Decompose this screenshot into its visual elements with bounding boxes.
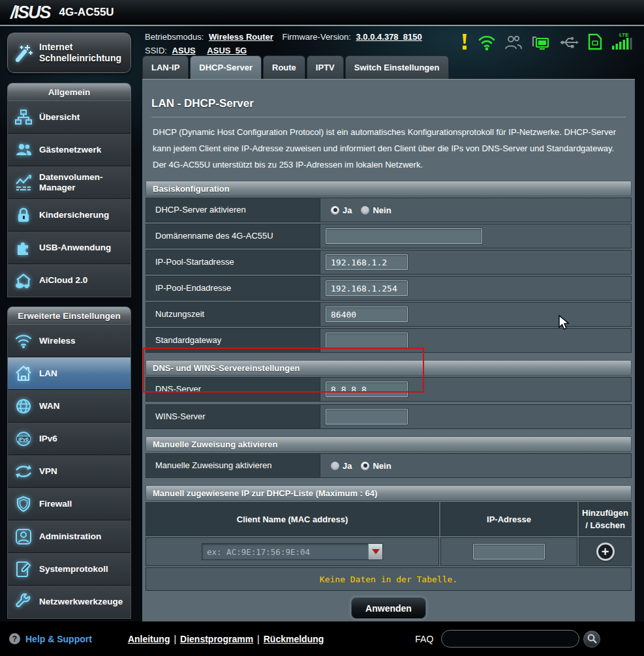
manual-list-input-row: ex: AC:9E:17:56:9E:04 + xyxy=(146,537,632,566)
sidebar-item-ipv6[interactable]: IPv6 IPv6 xyxy=(8,423,130,455)
quick-internet-setup-button[interactable]: Internet Schnelleinrichtung xyxy=(7,33,131,73)
link-dienstprogramm[interactable]: Dienstprogramm xyxy=(180,634,253,644)
quick-setup-label: Internet Schnelleinrichtung xyxy=(39,42,130,64)
dhcp-enable-yes-radio[interactable] xyxy=(331,206,339,215)
lease-time-label: Nutzungszeit xyxy=(146,302,320,327)
link-anleitung[interactable]: Anleitung xyxy=(128,634,170,644)
ssid-5g-link[interactable]: ASUS_5G xyxy=(207,46,247,55)
section-header-advanced: Erweiterte Einstellungen xyxy=(7,306,131,325)
section-manual-list-header: Manuell zugewiesene IP zur DHCP-Liste (M… xyxy=(146,485,632,501)
dhcp-enable-no-radio[interactable] xyxy=(361,206,369,215)
section-manual-list: Manuell zugewiesene IP zur DHCP-Liste (M… xyxy=(146,485,632,591)
manual-list-table-header: Client Name (MAC address) IP-Adresse Hin… xyxy=(146,502,632,536)
dropdown-arrow-button[interactable] xyxy=(368,544,382,559)
pool-start-input[interactable] xyxy=(326,254,408,270)
domain-name-input[interactable] xyxy=(326,228,482,244)
row-dns-server: DNS-Server xyxy=(146,377,632,402)
operation-mode-link[interactable]: Wireless Router xyxy=(209,32,273,42)
section-header-general: Allgemein xyxy=(7,83,131,101)
wifi-icon[interactable] xyxy=(478,34,496,51)
sidebar-item-usb-anwendung[interactable]: USB-Anwendung xyxy=(8,231,130,264)
link-separator: | xyxy=(174,634,176,644)
domain-name-label: Domänenname des 4G-AC55U xyxy=(146,224,320,248)
wired-clients-icon[interactable] xyxy=(531,34,551,51)
row-domain-name: Domänenname des 4G-AC55U xyxy=(146,224,632,248)
sim-icon[interactable] xyxy=(587,33,603,51)
manual-ip-input[interactable] xyxy=(473,544,545,559)
help-question-icon: ? xyxy=(9,633,20,644)
add-entry-button[interactable]: + xyxy=(596,543,615,561)
wins-server-input[interactable] xyxy=(326,409,408,425)
manual-no-radio[interactable] xyxy=(361,462,369,470)
col-add-delete: Hinzufügen / Löschen xyxy=(579,502,632,536)
faq-label: FAQ xyxy=(415,634,433,644)
sidebar-item-datenvolumen-manager[interactable]: Datenvolumen-Manager xyxy=(8,166,130,199)
wireless-icon xyxy=(8,333,39,349)
dhcp-enable-yes-label: Ja xyxy=(343,205,352,215)
row-pool-start: IP-Pool-Startadresse xyxy=(146,250,632,275)
manual-yes-radio[interactable] xyxy=(331,462,339,470)
row-lease-time: Nutzungszeit xyxy=(146,302,632,327)
tab-lan-ip[interactable]: LAN-IP xyxy=(142,55,189,79)
dns-server-input[interactable] xyxy=(326,381,408,397)
dhcp-enable-no-label: Nein xyxy=(373,205,391,215)
row-default-gateway: Standardgateway xyxy=(146,328,632,353)
sidebar-item-lan[interactable]: LAN xyxy=(8,357,130,390)
router-model-label: 4G-AC55U xyxy=(59,6,114,19)
search-icon[interactable] xyxy=(583,631,600,648)
sidebar-item-gaestenetzwerk[interactable]: Gästenetzwerk xyxy=(8,134,130,166)
sidebar-item-netzwerkwerkzeuge[interactable]: Netzwerkwerkzeuge xyxy=(8,586,130,618)
gateway-input[interactable] xyxy=(326,333,408,348)
sidebar-item-wan[interactable]: WAN xyxy=(8,390,130,423)
sidebar-item-systemprotokoll[interactable]: Systemprotokoll xyxy=(8,553,130,586)
faq-search-input[interactable] xyxy=(441,630,579,648)
ssid-24g-link[interactable]: ASUS xyxy=(172,46,196,55)
status-icon-bar: LTE xyxy=(460,31,634,51)
manual-no-label: Nein xyxy=(373,461,391,471)
usb-icon[interactable] xyxy=(559,34,579,51)
sidebar-item-kindersicherung[interactable]: Kindersicherung xyxy=(8,199,130,231)
footer-bar: ? Help & Support Anleitung|Dienstprogram… xyxy=(0,621,644,656)
link-rueckmeldung[interactable]: Rückmeldung xyxy=(264,634,324,644)
shield-icon xyxy=(8,496,39,513)
client-mac-dropdown[interactable]: ex: AC:9E:17:56:9E:04 xyxy=(202,543,383,560)
pool-end-label: IP-Pool-Endadresse xyxy=(146,276,320,301)
sidebar-item-uebersicht[interactable]: Übersicht xyxy=(8,101,130,134)
main-content-panel: LAN - DHCP-Server DHCP (Dynamic Host Con… xyxy=(142,79,635,621)
general-menu-group: Übersicht Gästenetzwerk Datenvolumen-Man… xyxy=(7,101,131,297)
row-wins-server: WINS-Server xyxy=(146,404,632,429)
footer-links: Anleitung|Dienstprogramm|Rückmeldung xyxy=(128,634,324,644)
col-ip-adresse: IP-Adresse xyxy=(440,502,577,536)
magic-wand-icon xyxy=(8,43,39,63)
wrench-icon xyxy=(8,593,39,610)
link-separator: | xyxy=(257,634,260,644)
apply-button[interactable]: Anwenden xyxy=(351,597,426,619)
tab-switch-einstellungen[interactable]: Switch Einstellungen xyxy=(345,55,449,79)
pool-start-label: IP-Pool-Startadresse xyxy=(146,250,320,275)
log-page-icon xyxy=(8,561,39,578)
manual-yes-label: Ja xyxy=(343,461,352,471)
firmware-version-link[interactable]: 3.0.0.4.378_8150 xyxy=(356,32,422,42)
sidebar-item-wireless[interactable]: Wireless xyxy=(8,325,130,357)
sidebar-item-administration[interactable]: Administration xyxy=(8,520,130,553)
tab-dhcp-server[interactable]: DHCP-Server xyxy=(190,55,262,79)
section-dns-wins: DNS- und WINS-Servereinstellungen DNS-Se… xyxy=(146,360,632,429)
sidebar-item-vpn[interactable]: VPN xyxy=(8,455,130,488)
manual-enable-label: Manuelle Zuweisung aktivieren xyxy=(146,453,320,478)
pool-end-input[interactable] xyxy=(326,280,408,296)
gateway-label: Standardgateway xyxy=(146,328,320,353)
wins-server-label: WINS-Server xyxy=(146,404,320,429)
clients-icon[interactable] xyxy=(504,34,523,51)
tab-iptv[interactable]: IPTV xyxy=(307,55,344,79)
tab-route[interactable]: Route xyxy=(263,55,305,79)
page-description: DHCP (Dynamic Host Configuration Protoco… xyxy=(142,123,635,181)
lte-signal-icon[interactable]: LTE xyxy=(611,31,634,51)
sidebar-item-aicloud[interactable]: AiCloud 2.0 xyxy=(8,264,130,297)
lease-time-input[interactable] xyxy=(326,306,408,322)
help-support-link[interactable]: Help & Support xyxy=(25,634,92,644)
row-dhcp-enable: DHCP-Server aktivieren Ja Nein xyxy=(146,198,632,222)
dns-server-label: DNS-Server xyxy=(146,377,320,402)
empty-table-message: Keine Daten in der Tabelle. xyxy=(320,574,457,584)
sidebar-item-firewall[interactable]: Firewall xyxy=(8,488,130,520)
notification-icon[interactable] xyxy=(460,33,469,51)
